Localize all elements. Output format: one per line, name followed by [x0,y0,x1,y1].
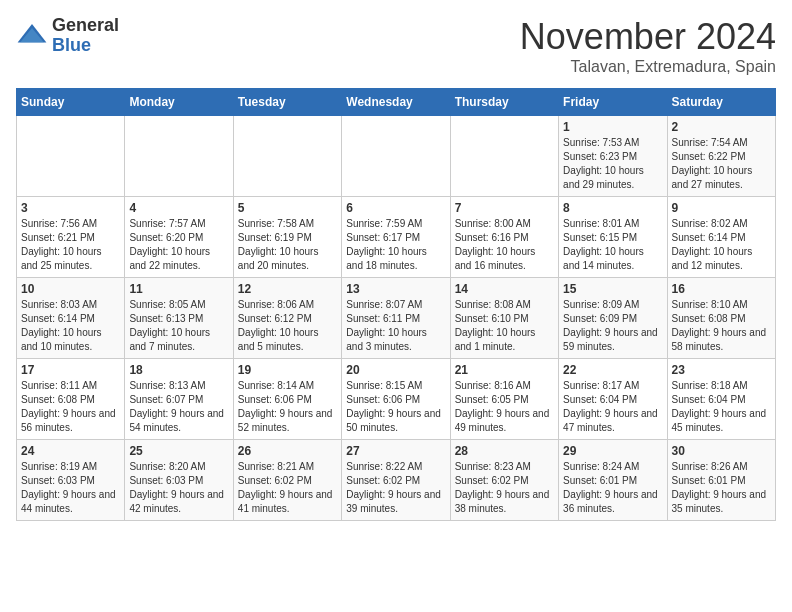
day-number: 8 [563,201,662,215]
calendar-cell: 25Sunrise: 8:20 AM Sunset: 6:03 PM Dayli… [125,440,233,521]
day-number: 27 [346,444,445,458]
calendar-table: SundayMondayTuesdayWednesdayThursdayFrid… [16,88,776,521]
day-number: 7 [455,201,554,215]
day-number: 13 [346,282,445,296]
day-info: Sunrise: 8:22 AM Sunset: 6:02 PM Dayligh… [346,460,445,516]
calendar-cell: 7Sunrise: 8:00 AM Sunset: 6:16 PM Daylig… [450,197,558,278]
calendar-week: 17Sunrise: 8:11 AM Sunset: 6:08 PM Dayli… [17,359,776,440]
calendar-cell: 21Sunrise: 8:16 AM Sunset: 6:05 PM Dayli… [450,359,558,440]
day-info: Sunrise: 8:16 AM Sunset: 6:05 PM Dayligh… [455,379,554,435]
calendar-cell: 16Sunrise: 8:10 AM Sunset: 6:08 PM Dayli… [667,278,775,359]
day-number: 26 [238,444,337,458]
day-info: Sunrise: 8:19 AM Sunset: 6:03 PM Dayligh… [21,460,120,516]
day-info: Sunrise: 8:15 AM Sunset: 6:06 PM Dayligh… [346,379,445,435]
logo-icon [16,20,48,52]
day-info: Sunrise: 8:14 AM Sunset: 6:06 PM Dayligh… [238,379,337,435]
day-number: 23 [672,363,771,377]
day-number: 18 [129,363,228,377]
day-info: Sunrise: 7:58 AM Sunset: 6:19 PM Dayligh… [238,217,337,273]
calendar-week: 1Sunrise: 7:53 AM Sunset: 6:23 PM Daylig… [17,116,776,197]
day-number: 4 [129,201,228,215]
calendar-cell: 19Sunrise: 8:14 AM Sunset: 6:06 PM Dayli… [233,359,341,440]
day-info: Sunrise: 7:59 AM Sunset: 6:17 PM Dayligh… [346,217,445,273]
day-number: 10 [21,282,120,296]
calendar-week: 3Sunrise: 7:56 AM Sunset: 6:21 PM Daylig… [17,197,776,278]
calendar-cell: 24Sunrise: 8:19 AM Sunset: 6:03 PM Dayli… [17,440,125,521]
day-info: Sunrise: 8:02 AM Sunset: 6:14 PM Dayligh… [672,217,771,273]
calendar-cell: 2Sunrise: 7:54 AM Sunset: 6:22 PM Daylig… [667,116,775,197]
calendar-cell: 4Sunrise: 7:57 AM Sunset: 6:20 PM Daylig… [125,197,233,278]
location: Talavan, Extremadura, Spain [520,58,776,76]
day-number: 2 [672,120,771,134]
day-number: 30 [672,444,771,458]
logo-text: General Blue [52,16,119,56]
day-info: Sunrise: 8:23 AM Sunset: 6:02 PM Dayligh… [455,460,554,516]
weekday-header: Monday [125,89,233,116]
calendar-cell [342,116,450,197]
day-number: 19 [238,363,337,377]
calendar-cell: 8Sunrise: 8:01 AM Sunset: 6:15 PM Daylig… [559,197,667,278]
day-info: Sunrise: 8:20 AM Sunset: 6:03 PM Dayligh… [129,460,228,516]
weekday-header: Sunday [17,89,125,116]
calendar-cell: 5Sunrise: 7:58 AM Sunset: 6:19 PM Daylig… [233,197,341,278]
day-info: Sunrise: 8:08 AM Sunset: 6:10 PM Dayligh… [455,298,554,354]
day-info: Sunrise: 8:24 AM Sunset: 6:01 PM Dayligh… [563,460,662,516]
calendar-cell: 28Sunrise: 8:23 AM Sunset: 6:02 PM Dayli… [450,440,558,521]
day-number: 16 [672,282,771,296]
calendar-cell: 14Sunrise: 8:08 AM Sunset: 6:10 PM Dayli… [450,278,558,359]
calendar-cell: 18Sunrise: 8:13 AM Sunset: 6:07 PM Dayli… [125,359,233,440]
calendar-cell: 17Sunrise: 8:11 AM Sunset: 6:08 PM Dayli… [17,359,125,440]
day-info: Sunrise: 8:26 AM Sunset: 6:01 PM Dayligh… [672,460,771,516]
calendar-cell: 13Sunrise: 8:07 AM Sunset: 6:11 PM Dayli… [342,278,450,359]
calendar-cell [17,116,125,197]
day-number: 21 [455,363,554,377]
month-title: November 2024 [520,16,776,58]
day-info: Sunrise: 7:54 AM Sunset: 6:22 PM Dayligh… [672,136,771,192]
day-number: 25 [129,444,228,458]
calendar-cell: 20Sunrise: 8:15 AM Sunset: 6:06 PM Dayli… [342,359,450,440]
day-info: Sunrise: 7:57 AM Sunset: 6:20 PM Dayligh… [129,217,228,273]
calendar-cell: 29Sunrise: 8:24 AM Sunset: 6:01 PM Dayli… [559,440,667,521]
calendar-cell [450,116,558,197]
calendar-cell: 1Sunrise: 7:53 AM Sunset: 6:23 PM Daylig… [559,116,667,197]
weekday-header: Wednesday [342,89,450,116]
day-info: Sunrise: 8:18 AM Sunset: 6:04 PM Dayligh… [672,379,771,435]
calendar-cell: 11Sunrise: 8:05 AM Sunset: 6:13 PM Dayli… [125,278,233,359]
day-number: 5 [238,201,337,215]
day-info: Sunrise: 8:13 AM Sunset: 6:07 PM Dayligh… [129,379,228,435]
day-number: 29 [563,444,662,458]
calendar-cell: 22Sunrise: 8:17 AM Sunset: 6:04 PM Dayli… [559,359,667,440]
day-info: Sunrise: 7:53 AM Sunset: 6:23 PM Dayligh… [563,136,662,192]
weekday-header: Thursday [450,89,558,116]
calendar-cell [233,116,341,197]
weekday-header: Friday [559,89,667,116]
day-info: Sunrise: 8:21 AM Sunset: 6:02 PM Dayligh… [238,460,337,516]
calendar-cell [125,116,233,197]
calendar-week: 10Sunrise: 8:03 AM Sunset: 6:14 PM Dayli… [17,278,776,359]
day-info: Sunrise: 8:03 AM Sunset: 6:14 PM Dayligh… [21,298,120,354]
title-block: November 2024 Talavan, Extremadura, Spai… [520,16,776,76]
day-number: 28 [455,444,554,458]
day-info: Sunrise: 8:01 AM Sunset: 6:15 PM Dayligh… [563,217,662,273]
day-number: 14 [455,282,554,296]
page-header: General Blue November 2024 Talavan, Extr… [16,16,776,76]
weekday-header: Tuesday [233,89,341,116]
weekday-header: Saturday [667,89,775,116]
day-number: 22 [563,363,662,377]
day-number: 17 [21,363,120,377]
day-number: 9 [672,201,771,215]
day-number: 24 [21,444,120,458]
calendar-cell: 26Sunrise: 8:21 AM Sunset: 6:02 PM Dayli… [233,440,341,521]
day-number: 1 [563,120,662,134]
day-info: Sunrise: 8:11 AM Sunset: 6:08 PM Dayligh… [21,379,120,435]
logo: General Blue [16,16,119,56]
calendar-cell: 10Sunrise: 8:03 AM Sunset: 6:14 PM Dayli… [17,278,125,359]
day-info: Sunrise: 8:00 AM Sunset: 6:16 PM Dayligh… [455,217,554,273]
calendar-cell: 27Sunrise: 8:22 AM Sunset: 6:02 PM Dayli… [342,440,450,521]
calendar-cell: 12Sunrise: 8:06 AM Sunset: 6:12 PM Dayli… [233,278,341,359]
day-info: Sunrise: 8:17 AM Sunset: 6:04 PM Dayligh… [563,379,662,435]
day-number: 3 [21,201,120,215]
calendar-cell: 15Sunrise: 8:09 AM Sunset: 6:09 PM Dayli… [559,278,667,359]
day-info: Sunrise: 8:06 AM Sunset: 6:12 PM Dayligh… [238,298,337,354]
calendar-cell: 6Sunrise: 7:59 AM Sunset: 6:17 PM Daylig… [342,197,450,278]
